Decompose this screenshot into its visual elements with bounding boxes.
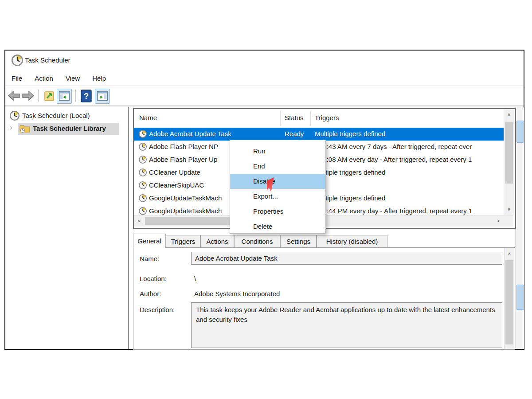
clock-icon — [10, 111, 20, 121]
tab-triggers[interactable]: Triggers — [166, 235, 200, 248]
scroll-down-button[interactable]: ∨ — [504, 204, 514, 213]
task-name: Adobe Flash Player NP — [149, 143, 218, 150]
location-field-label: Location: — [140, 275, 167, 282]
column-header-status[interactable]: Status — [285, 114, 304, 121]
tab-label: Conditions — [242, 238, 273, 245]
context-menu-end[interactable]: End — [230, 159, 325, 174]
cursor-arrow-icon — [267, 177, 307, 219]
export-list-icon[interactable] — [43, 90, 55, 102]
clock-icon — [139, 143, 147, 151]
scrollbar-thumb[interactable] — [505, 122, 513, 184]
title-bar: Task Scheduler — [5, 51, 524, 71]
clock-icon — [139, 207, 147, 215]
description-field-label: Description: — [140, 306, 175, 313]
toolbar-separator — [75, 89, 76, 102]
context-menu-run[interactable]: Run — [230, 144, 325, 159]
tab-settings[interactable]: Settings — [280, 235, 317, 248]
panel-splitter[interactable] — [128, 107, 129, 349]
tree-item-library[interactable]: › Task Scheduler Library — [5, 123, 128, 135]
column-divider[interactable] — [280, 111, 281, 126]
location-value: \ — [194, 275, 196, 282]
task-name: GoogleUpdateTaskMach — [149, 194, 222, 202]
tab-general[interactable]: General — [133, 234, 166, 248]
task-name: Adobe Flash Player Up — [149, 156, 217, 163]
window-title: Task Scheduler — [25, 56, 70, 64]
screenshot-canvas: Task Scheduler File Action View Help — [0, 0, 532, 399]
scroll-right-button[interactable]: > — [494, 216, 503, 225]
show-console-tree-button[interactable] — [57, 89, 72, 104]
console-tree-window-icon — [59, 91, 70, 101]
menu-view[interactable]: View — [59, 73, 86, 84]
list-vertical-scrollbar[interactable]: ∧ ∨ — [504, 109, 514, 215]
clock-icon — [139, 156, 147, 164]
scrollbar-thumb[interactable] — [505, 260, 513, 344]
tree-item-root[interactable]: Task Scheduler (Local) — [9, 110, 124, 122]
task-name: CCleanerSkipUAC — [149, 181, 204, 189]
scroll-up-button[interactable]: ∧ — [505, 249, 514, 258]
clock-icon — [139, 181, 147, 189]
forward-button-icon[interactable] — [22, 91, 34, 101]
task-name: Adobe Acrobat Update Task — [149, 130, 231, 137]
clock-icon — [139, 130, 147, 138]
back-button-icon[interactable] — [8, 91, 20, 101]
general-tab-panel: Name: Adobe Acrobat Update Task Location… — [133, 247, 515, 350]
action-pane-window-icon — [97, 91, 108, 101]
details-vertical-scrollbar[interactable]: ∧ — [504, 248, 514, 348]
scroll-left-button[interactable]: < — [135, 216, 144, 225]
author-value: Adobe Systems Incorporated — [194, 290, 280, 297]
task-triggers: At 2:08 AM every day - After triggered, … — [315, 156, 472, 163]
task-scheduler-app-icon — [12, 55, 23, 66]
column-divider[interactable] — [310, 111, 311, 126]
actions-pane-edge — [515, 107, 524, 349]
context-menu-delete[interactable]: Delete — [230, 219, 325, 234]
name-field-label: Name: — [140, 255, 159, 262]
tree-item-root-label: Task Scheduler (Local) — [22, 112, 90, 119]
menu-help[interactable]: Help — [86, 73, 112, 84]
clock-icon — [139, 168, 147, 176]
task-triggers: At 2:43 AM every 7 days - After triggere… — [315, 143, 472, 150]
menu-action[interactable]: Action — [28, 73, 59, 84]
tab-conditions[interactable]: Conditions — [234, 235, 280, 248]
author-field-label: Author: — [140, 290, 161, 297]
show-action-pane-button[interactable] — [95, 89, 110, 104]
toolbar: ? — [5, 86, 524, 106]
task-row-selected[interactable]: Adobe Acrobat Update Task Ready Multiple… — [134, 128, 504, 141]
task-name: GoogleUpdateTaskMach — [149, 207, 222, 215]
column-header-name[interactable]: Name — [139, 114, 157, 121]
tree-item-library-label: Task Scheduler Library — [33, 125, 106, 132]
column-header-triggers[interactable]: Triggers — [315, 114, 339, 121]
actions-pane-fragment — [516, 121, 524, 143]
tab-history[interactable]: History (disabled) — [317, 235, 387, 248]
console-tree-panel: Task Scheduler (Local) › Task Scheduler … — [5, 107, 128, 349]
task-name-value: Adobe Acrobat Update Task — [195, 254, 278, 262]
scroll-up-button[interactable]: ∧ — [504, 110, 514, 119]
tab-actions[interactable]: Actions — [200, 235, 234, 248]
toolbar-separator — [38, 89, 39, 102]
task-description-field[interactable]: This task keeps your Adobe Reader and Ac… — [191, 302, 502, 348]
svg-text:?: ? — [84, 92, 89, 101]
task-name-field[interactable]: Adobe Acrobat Update Task — [191, 252, 502, 265]
clock-icon — [139, 194, 147, 202]
menu-file[interactable]: File — [12, 73, 28, 84]
chevron-right-icon[interactable]: › — [10, 123, 12, 132]
tab-label: History (disabled) — [326, 238, 378, 245]
tab-label: Triggers — [171, 238, 195, 245]
actions-pane-fragment — [516, 285, 524, 310]
menu-bar: File Action View Help — [5, 71, 524, 86]
tab-label: Actions — [206, 238, 228, 245]
task-status: Ready — [285, 130, 304, 137]
tab-label: General — [137, 237, 161, 245]
task-name: CCleaner Update — [149, 168, 200, 176]
task-library-folder-icon — [20, 124, 30, 133]
list-header: Name Status Triggers — [134, 109, 504, 128]
task-triggers: Multiple triggers defined — [315, 130, 385, 137]
help-icon[interactable]: ? — [81, 90, 92, 102]
task-description-value: This task keeps your Adobe Reader and Ac… — [196, 306, 495, 323]
task-triggers: At 1:44 PM every day - After triggered, … — [315, 207, 472, 215]
tab-label: Settings — [286, 238, 310, 245]
